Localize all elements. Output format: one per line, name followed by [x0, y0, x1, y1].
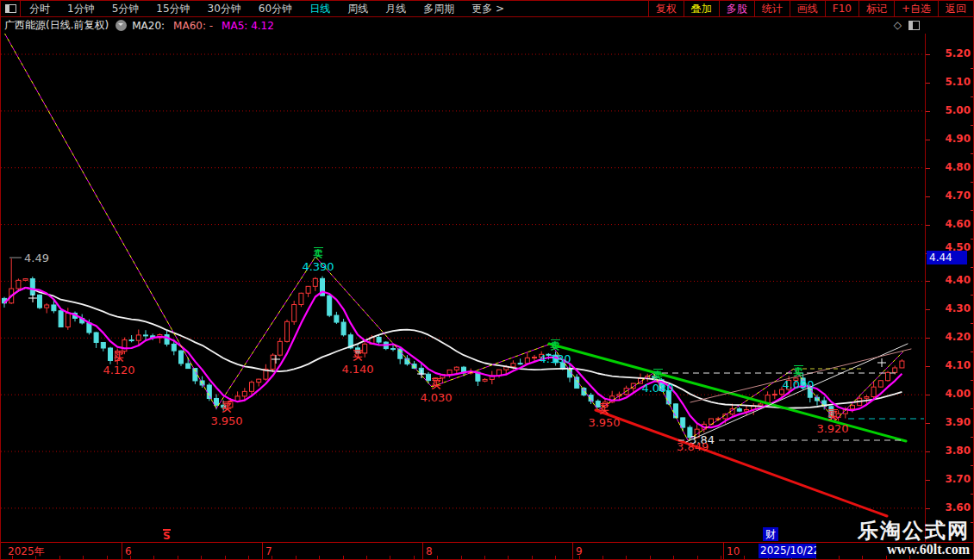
menu-item-1[interactable]: 1分钟	[59, 1, 103, 16]
week-tick	[697, 556, 698, 559]
candle-down	[666, 391, 671, 404]
candle-up	[278, 341, 282, 355]
green-resistance-line[interactable]	[549, 344, 906, 441]
menu-item-9[interactable]: 多周期	[415, 1, 463, 16]
tool-button-1[interactable]: 叠加	[684, 1, 719, 16]
top-menubar: 分时1分钟5分钟15分钟30分钟60分钟日线周线月线多周期更多 > 复权叠加多股…	[1, 1, 973, 17]
diamond-icon[interactable]: ◇	[894, 19, 902, 31]
tool-button-4[interactable]: 画线	[790, 1, 825, 16]
week-tick	[414, 556, 415, 559]
week-tick	[319, 556, 320, 559]
price-tick	[926, 168, 930, 169]
price-label-3.90: 3.90	[945, 417, 971, 428]
candle-down	[186, 364, 190, 369]
candle-up	[540, 354, 544, 357]
financial-report-badge: 财	[763, 527, 778, 541]
candle-down	[179, 351, 184, 364]
dividend-event-marker: S	[163, 529, 171, 541]
selected-date-tag: 2025/10/22/三	[759, 544, 816, 558]
split-window-icon[interactable]	[908, 21, 920, 30]
menu-item-4[interactable]: 30分钟	[199, 1, 250, 16]
month-separator	[262, 543, 263, 559]
zigzag-drawing-magenta[interactable]	[1, 27, 903, 440]
month-separator	[723, 543, 724, 559]
price-tick	[926, 281, 930, 282]
tool-button-2[interactable]: 多股	[719, 1, 754, 16]
candle-up	[794, 378, 798, 380]
price-tick-right	[971, 380, 974, 381]
tool-button-8[interactable]: 返回	[938, 1, 973, 16]
tool-button-5[interactable]: F10	[825, 1, 858, 16]
candle-up	[900, 361, 904, 368]
price-tick-right	[971, 465, 974, 466]
price-tick-right	[971, 182, 974, 183]
week-tick	[153, 556, 154, 559]
candle-down	[109, 348, 113, 360]
price-label-3.70: 3.70	[945, 474, 971, 485]
price-label-3.60: 3.60	[945, 502, 971, 513]
price-tick-right	[971, 153, 974, 154]
candle-down	[356, 348, 360, 353]
month-label-8: 8	[426, 545, 433, 557]
window-icon	[5, 4, 16, 13]
candle-down	[144, 335, 148, 336]
week-tick	[886, 556, 887, 559]
candle-up	[787, 380, 791, 389]
menu-item-5[interactable]: 60分钟	[250, 1, 301, 16]
week-tick	[225, 556, 226, 559]
tool-button-7[interactable]: +自选	[894, 1, 938, 16]
menu-item-7[interactable]: 周线	[339, 1, 377, 16]
candle-down	[674, 404, 678, 418]
menu-item-8[interactable]: 月线	[377, 1, 415, 16]
price-tick-right	[971, 96, 974, 97]
tool-button-0[interactable]: 复权	[648, 1, 684, 16]
red-support-line[interactable]	[596, 410, 887, 516]
week-tick	[579, 556, 580, 559]
candle-down	[215, 398, 219, 405]
week-tick	[178, 556, 178, 559]
candle-down	[546, 354, 551, 355]
candle-up	[122, 340, 127, 352]
price-label-4.00: 4.00	[945, 389, 971, 400]
menu-item-3[interactable]: 15分钟	[147, 1, 198, 16]
tool-button-6[interactable]: 标记	[858, 1, 894, 16]
month-separator	[422, 543, 423, 559]
price-tick	[926, 423, 930, 424]
menu-item-2[interactable]: 5分钟	[103, 1, 148, 16]
price-label-4.90: 4.90	[945, 134, 971, 145]
menu-item-0[interactable]: 分时	[21, 1, 59, 16]
candle-up	[45, 305, 49, 308]
candle-down	[59, 311, 63, 327]
menu-item-6[interactable]: 日线	[301, 1, 339, 16]
candle-down	[688, 427, 692, 438]
price-label-4.40: 4.40	[945, 275, 971, 286]
price-axis: 4.44 5.205.105.004.904.804.704.604.504.4…	[925, 34, 974, 542]
candle-down	[172, 344, 176, 351]
price-label-5.20: 5.20	[945, 48, 971, 59]
price-tick-right	[971, 239, 974, 240]
price-tick	[926, 309, 930, 310]
candle-down	[518, 364, 522, 364]
time-axis: 2025年678910	[1, 542, 974, 560]
window-menu-button[interactable]	[1, 1, 21, 16]
candle-up	[878, 381, 883, 387]
month-separator	[572, 543, 573, 559]
tool-button-3[interactable]: 统计	[754, 1, 790, 16]
candlestick-chart[interactable]	[1, 1, 925, 560]
candle-up	[772, 395, 777, 395]
year-label: 2025年	[8, 545, 45, 557]
week-tick	[248, 556, 249, 559]
candle-up	[313, 278, 317, 286]
month-label-10: 10	[727, 545, 740, 557]
candle-up	[434, 378, 438, 381]
candle-down	[38, 295, 42, 308]
candle-up	[66, 313, 70, 327]
chevron-down-icon[interactable]	[116, 20, 127, 31]
zigzag-drawing-yellow[interactable]	[1, 27, 903, 440]
candle-up	[116, 352, 120, 361]
candle-down	[101, 342, 105, 348]
menu-item-10[interactable]: 更多 >	[463, 1, 513, 16]
candle-down	[165, 335, 169, 345]
price-tick-right	[971, 494, 974, 495]
candle-up	[511, 364, 515, 367]
